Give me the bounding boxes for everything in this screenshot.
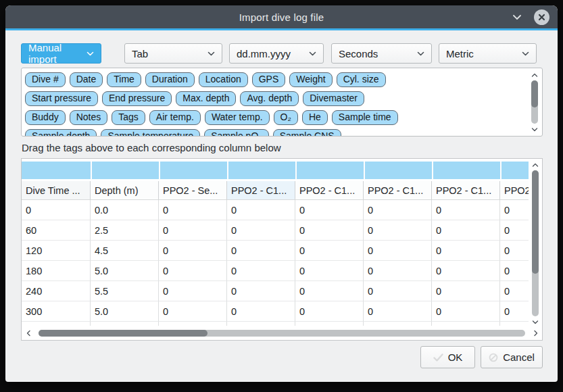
table-cell: 4.5 <box>91 241 159 261</box>
table-cell: 0 <box>364 241 432 261</box>
table-horizontal-scrollbar[interactable] <box>22 327 541 339</box>
table-cell: 5.5 <box>91 281 159 301</box>
table-header-cell: PPO2 - C1... <box>432 181 500 200</box>
scrollbar-thumb[interactable] <box>531 80 538 107</box>
table-cell: 0 <box>159 281 227 301</box>
tag-time[interactable]: Time <box>107 72 141 87</box>
tag-pool-scrollbar[interactable] <box>529 70 540 134</box>
tag-tags[interactable]: Tags <box>112 110 145 125</box>
scrollbar-track[interactable] <box>532 170 539 316</box>
tag-duration[interactable]: Duration <box>145 72 195 87</box>
table-cell <box>227 322 295 326</box>
table-vertical-scrollbar[interactable] <box>530 160 541 326</box>
tag-sample-time[interactable]: Sample time <box>332 110 398 125</box>
table-cell: 120 <box>22 241 91 261</box>
scroll-left-icon[interactable] <box>22 328 34 338</box>
scroll-up-icon[interactable] <box>531 162 539 168</box>
table-header-cell: PPO2 - C1... <box>295 181 364 200</box>
scroll-right-icon[interactable] <box>529 328 541 338</box>
duration-format-select[interactable]: Seconds <box>331 43 432 64</box>
column-drop-target[interactable] <box>432 162 500 179</box>
table-cell: 0 <box>364 281 432 301</box>
tag-max-depth[interactable]: Max. depth <box>176 91 236 106</box>
import-dialog-window: Import dive log file Manual import Tab d… <box>5 5 558 382</box>
table-cell: 0 <box>364 261 432 281</box>
tag-location[interactable]: Location <box>199 72 248 87</box>
cancel-icon <box>489 353 498 362</box>
tag-o[interactable]: O₂ <box>274 110 298 125</box>
table-row: 1204.5000000 <box>22 241 542 261</box>
column-drop-target[interactable] <box>22 162 91 179</box>
tag-gps[interactable]: GPS <box>252 72 286 87</box>
table-cell: 5.0 <box>91 301 159 322</box>
date-format-select[interactable]: dd.mm.yyyy <box>229 43 324 64</box>
table-cell: 60 <box>22 220 91 241</box>
tag-buddy[interactable]: Buddy <box>25 110 66 125</box>
tag-row: BuddyNotesTagsAir temp.Water temp.O₂HeSa… <box>25 110 522 125</box>
titlebar-buttons <box>512 5 549 28</box>
close-icon[interactable] <box>534 9 549 25</box>
table-cell: 0 <box>295 281 364 301</box>
column-drop-target[interactable] <box>295 162 364 179</box>
table-cell: 0 <box>159 220 227 241</box>
import-options-row: Manual import Tab dd.mm.yyyy Seconds Met… <box>21 43 543 64</box>
tag-date[interactable]: Date <box>70 72 103 87</box>
table-cell: 0 <box>227 241 295 261</box>
chevron-down-icon <box>522 51 529 56</box>
table-cell: 0 <box>295 301 364 322</box>
ok-button[interactable]: OK <box>420 346 475 368</box>
tag-he[interactable]: He <box>302 110 328 125</box>
tag-start-pressure[interactable]: Start pressure <box>25 91 98 106</box>
tag-weight[interactable]: Weight <box>289 72 332 87</box>
tag-air-temp[interactable]: Air temp. <box>149 110 201 125</box>
tag-dive[interactable]: Dive # <box>25 72 66 87</box>
table-cell: 0 <box>227 200 295 220</box>
tag-sample-po[interactable]: Sample pO₂ <box>204 129 268 137</box>
cancel-button[interactable]: Cancel <box>481 346 543 368</box>
table-header-cell: Depth (m) <box>91 181 159 200</box>
table-row: 2405.5000000 <box>22 281 542 301</box>
tag-avg-depth[interactable]: Avg. depth <box>240 91 299 106</box>
scroll-up-icon[interactable] <box>531 72 539 78</box>
scroll-down-icon[interactable] <box>531 318 539 325</box>
tag-row: Start pressureEnd pressureMax. depthAvg.… <box>25 91 522 106</box>
table-cell: 5.0 <box>91 261 159 281</box>
tag-sample-cns[interactable]: Sample CNS <box>273 129 341 137</box>
table-cell: 0 <box>227 281 295 301</box>
chevron-down-icon <box>309 51 316 56</box>
tag-cyl-size[interactable]: Cyl. size <box>337 72 386 87</box>
tag-divemaster[interactable]: Divemaster <box>303 91 364 106</box>
table-cell: 0 <box>227 301 295 322</box>
column-drop-target[interactable] <box>91 162 159 179</box>
table-cell: 240 <box>22 281 91 301</box>
shade-chevron-down-icon[interactable] <box>512 12 522 22</box>
column-drop-target[interactable] <box>159 162 227 179</box>
drag-instruction-label: Drag the tags above to each correspondin… <box>22 142 543 153</box>
tag-end-pressure[interactable]: End pressure <box>102 91 172 106</box>
table-row: 1805.0000000 <box>22 261 542 281</box>
table-cell: 0 <box>295 261 364 281</box>
table-cell: 0 <box>500 281 529 301</box>
table-cell: 0 <box>500 200 529 220</box>
units-select[interactable]: Metric <box>439 43 537 64</box>
scrollbar-thumb[interactable] <box>39 330 207 337</box>
table-cell: 0 <box>159 200 227 220</box>
table-cell: 0 <box>22 200 91 220</box>
tag-notes[interactable]: Notes <box>70 110 108 125</box>
scrollbar-track[interactable] <box>531 80 538 124</box>
scrollbar-thumb[interactable] <box>532 170 539 274</box>
scroll-down-icon[interactable] <box>531 126 539 132</box>
tag-row: Dive #DateTimeDurationLocationGPSWeightC… <box>25 72 522 87</box>
table-header-cell: Dive Time ... <box>22 181 91 200</box>
tag-water-temp[interactable]: Water temp. <box>205 110 270 125</box>
tag-sample-temperature[interactable]: Sample temperature <box>101 129 200 137</box>
column-drop-target[interactable] <box>500 162 529 179</box>
import-mode-select[interactable]: Manual import <box>21 43 101 64</box>
tag-sample-depth[interactable]: Sample depth <box>25 129 97 137</box>
column-drop-target[interactable] <box>364 162 432 179</box>
column-drop-target[interactable] <box>227 162 295 179</box>
table-cell <box>159 322 227 326</box>
titlebar[interactable]: Import dive log file <box>5 5 558 28</box>
field-separator-select[interactable]: Tab <box>124 43 222 64</box>
table-cell <box>432 322 500 326</box>
